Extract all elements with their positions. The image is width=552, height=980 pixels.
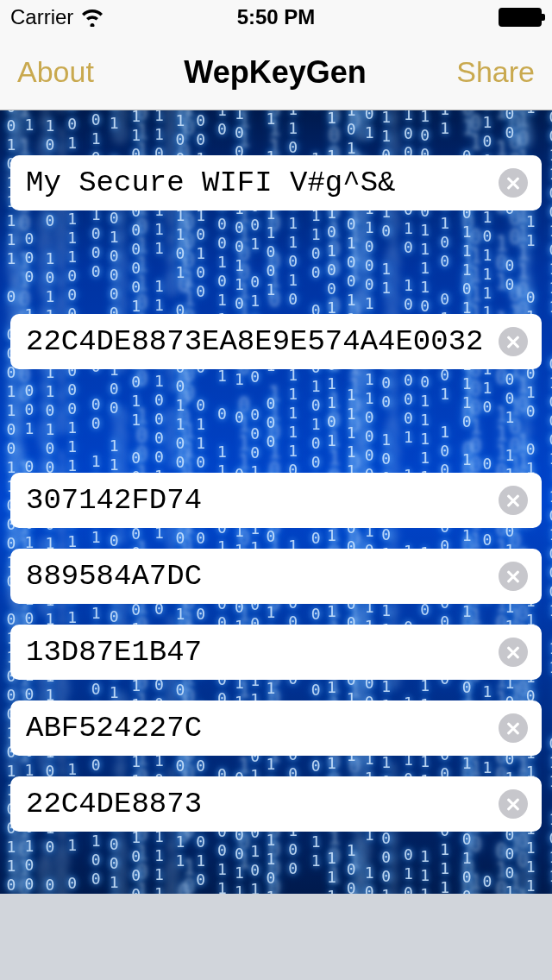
status-right xyxy=(365,8,542,27)
key64-field-2[interactable]: 13D87E1B47 xyxy=(10,625,542,680)
key64-field-4[interactable]: 22C4DE8873 xyxy=(10,776,542,832)
key64-field-1[interactable]: 889584A7DC xyxy=(10,549,542,604)
key128-field[interactable]: 22C4DE8873EA8E9E574A4E0032 xyxy=(10,314,542,369)
about-button[interactable]: About xyxy=(17,55,94,89)
battery-icon xyxy=(499,8,542,27)
clear-icon[interactable] xyxy=(499,168,528,198)
key64-field-3[interactable]: ABF524227C xyxy=(10,700,542,756)
key64-value: 307142FD74 xyxy=(26,484,202,517)
clear-icon[interactable] xyxy=(499,789,528,819)
status-time: 5:50 PM xyxy=(187,5,364,29)
clear-icon[interactable] xyxy=(499,562,528,591)
bottom-toolbar xyxy=(0,894,552,980)
key64-value: 22C4DE8873 xyxy=(26,788,202,820)
page-title: WepKeyGen xyxy=(184,54,366,91)
key64-value: ABF524227C xyxy=(26,712,202,744)
clear-icon[interactable] xyxy=(499,638,528,667)
wifi-icon xyxy=(80,8,104,27)
nav-bar: About WepKeyGen Share xyxy=(0,35,552,110)
key64-value: 13D87E1B47 xyxy=(26,636,202,669)
key64-value: 889584A7DC xyxy=(26,560,202,593)
status-left: Carrier xyxy=(10,5,187,29)
ssid-field[interactable]: My Secure WIFI V#g^S& xyxy=(10,155,542,210)
clear-icon[interactable] xyxy=(499,486,528,515)
key128-value: 22C4DE8873EA8E9E574A4E0032 xyxy=(26,325,484,358)
key64-field-0[interactable]: 307142FD74 xyxy=(10,473,542,528)
content-area: 1 0 1 0 0 0 1 1 1 1 1 0 0 0 1 0 1 1 0 1 … xyxy=(0,110,552,894)
carrier-label: Carrier xyxy=(10,5,73,29)
share-button[interactable]: Share xyxy=(456,55,535,89)
status-bar: Carrier 5:50 PM xyxy=(0,0,552,35)
clear-icon[interactable] xyxy=(499,327,528,356)
ssid-value: My Secure WIFI V#g^S& xyxy=(26,166,395,199)
field-group: My Secure WIFI V#g^S& 22C4DE8873EA8E9E57… xyxy=(0,110,552,832)
clear-icon[interactable] xyxy=(499,713,528,743)
